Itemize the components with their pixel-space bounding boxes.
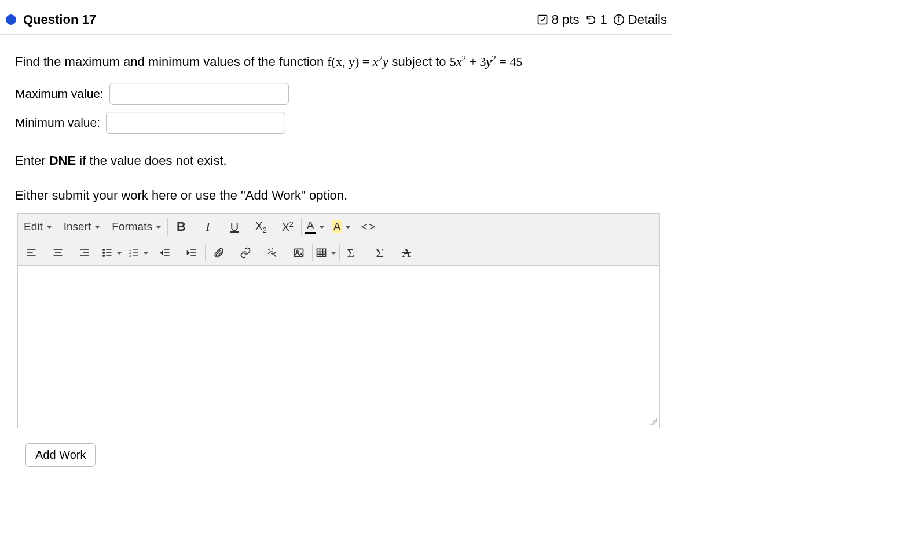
max-input[interactable] xyxy=(109,83,289,105)
min-label: Minimum value: xyxy=(15,116,100,130)
dne-suffix: if the value does not exist. xyxy=(76,153,227,168)
info-icon xyxy=(613,14,625,25)
editor-content[interactable] xyxy=(18,266,659,428)
func-lhs: f(x, y) = xyxy=(327,54,372,69)
letter-a: A xyxy=(307,220,314,231)
align-center-button[interactable] xyxy=(45,240,71,266)
menu-formats[interactable]: Formats xyxy=(106,214,167,240)
points-indicator: 8 pts xyxy=(537,12,580,27)
italic-icon: I xyxy=(206,219,210,234)
code-button[interactable]: <> xyxy=(355,214,382,240)
svg-point-13 xyxy=(103,249,105,251)
svg-rect-36 xyxy=(317,249,326,256)
points-text: 8 pts xyxy=(552,12,580,27)
align-right-button[interactable] xyxy=(71,240,98,266)
menu-insert[interactable]: Insert xyxy=(58,214,107,240)
indent-icon xyxy=(186,247,197,259)
dne-prefix: Enter xyxy=(15,153,49,168)
func-rhs: x2y xyxy=(373,54,388,69)
indent-button[interactable] xyxy=(178,240,205,266)
underline-button[interactable]: U xyxy=(221,214,248,240)
align-center-icon xyxy=(52,247,64,259)
menu-edit[interactable]: Edit xyxy=(18,214,58,240)
checkbox-icon xyxy=(537,14,548,25)
dne-word: DNE xyxy=(49,153,76,168)
resize-handle[interactable] xyxy=(649,417,657,425)
dne-note: Enter DNE if the value does not exist. xyxy=(0,134,672,168)
details-label: Details xyxy=(628,12,667,27)
subscript-icon: X2 xyxy=(255,220,267,234)
undo-icon xyxy=(585,14,597,25)
strike-a-button[interactable]: A xyxy=(393,240,420,266)
submit-note: Either submit your work here or use the … xyxy=(0,168,672,203)
menu-formats-label: Formats xyxy=(112,220,152,233)
align-right-icon xyxy=(79,247,90,259)
sigma-button[interactable]: Σ xyxy=(366,240,393,266)
sigma-icon: Σ xyxy=(376,245,384,261)
editor-toolbar: Edit Insert Formats B I U X2 X2 A A <> xyxy=(18,214,659,266)
attempts-text: 1 xyxy=(600,12,607,27)
details-button[interactable]: Details xyxy=(613,12,667,27)
sigma-plus-icon: Σ+ xyxy=(347,245,360,261)
svg-rect-0 xyxy=(538,16,547,24)
highlight-icon: A xyxy=(332,220,342,233)
subscript-button[interactable]: X2 xyxy=(248,214,274,240)
link-button[interactable] xyxy=(232,240,259,266)
align-left-button[interactable] xyxy=(18,240,45,266)
status-dot-icon xyxy=(6,14,16,25)
superscript-button[interactable]: X2 xyxy=(274,214,301,240)
unlink-button[interactable] xyxy=(259,240,285,266)
question-prompt: Find the maximum and minimum values of t… xyxy=(0,35,672,71)
outdent-button[interactable] xyxy=(152,240,178,266)
unlink-icon xyxy=(266,247,278,259)
prompt-prefix: Find the maximum and minimum values of t… xyxy=(15,54,327,69)
outdent-icon xyxy=(159,247,171,259)
math-expression: f(x, y) = x2y xyxy=(327,54,391,69)
max-label: Maximum value: xyxy=(15,87,104,101)
image-icon xyxy=(293,247,305,259)
bullet-list-icon xyxy=(101,247,113,259)
underline-icon: U xyxy=(230,220,239,234)
question-header: Question 17 8 pts 1 Details xyxy=(0,5,672,35)
link-icon xyxy=(240,247,251,259)
code-icon: <> xyxy=(361,220,376,233)
svg-rect-34 xyxy=(295,249,303,256)
image-button[interactable] xyxy=(285,240,312,266)
menu-edit-label: Edit xyxy=(24,220,43,233)
min-input[interactable] xyxy=(106,112,285,134)
add-work-button[interactable]: Add Work xyxy=(25,443,96,467)
svg-point-14 xyxy=(103,252,105,254)
table-icon xyxy=(316,247,327,259)
align-left-icon xyxy=(25,247,37,259)
number-list-icon: 123 xyxy=(128,247,140,259)
attachment-button[interactable] xyxy=(206,240,232,266)
italic-button[interactable]: I xyxy=(195,214,221,240)
strike-a-icon: A xyxy=(402,245,411,260)
menu-insert-label: Insert xyxy=(64,220,91,233)
rich-text-editor: Edit Insert Formats B I U X2 X2 A A <> xyxy=(17,213,660,428)
bold-icon: B xyxy=(177,219,186,234)
svg-line-32 xyxy=(274,255,276,257)
subject-text: subject to xyxy=(391,54,449,69)
sigma-plus-button[interactable]: Σ+ xyxy=(340,240,366,266)
attempts-indicator: 1 xyxy=(585,12,607,27)
bullet-list-button[interactable] xyxy=(98,240,125,266)
question-title: Question 17 xyxy=(23,12,96,27)
number-list-button[interactable]: 123 xyxy=(125,240,152,266)
svg-point-15 xyxy=(103,255,105,257)
paperclip-icon xyxy=(213,247,225,259)
superscript-icon: X2 xyxy=(282,220,294,234)
svg-line-31 xyxy=(268,249,270,250)
svg-point-3 xyxy=(618,17,619,18)
text-color-icon: A xyxy=(305,220,316,234)
text-color-button[interactable]: A xyxy=(302,214,328,240)
svg-text:3: 3 xyxy=(129,254,131,257)
highlight-button[interactable]: A xyxy=(328,214,355,240)
table-button[interactable] xyxy=(313,240,339,266)
constraint-expression: 5x2 + 3y2 = 45 xyxy=(450,54,523,69)
bold-button[interactable]: B xyxy=(168,214,195,240)
